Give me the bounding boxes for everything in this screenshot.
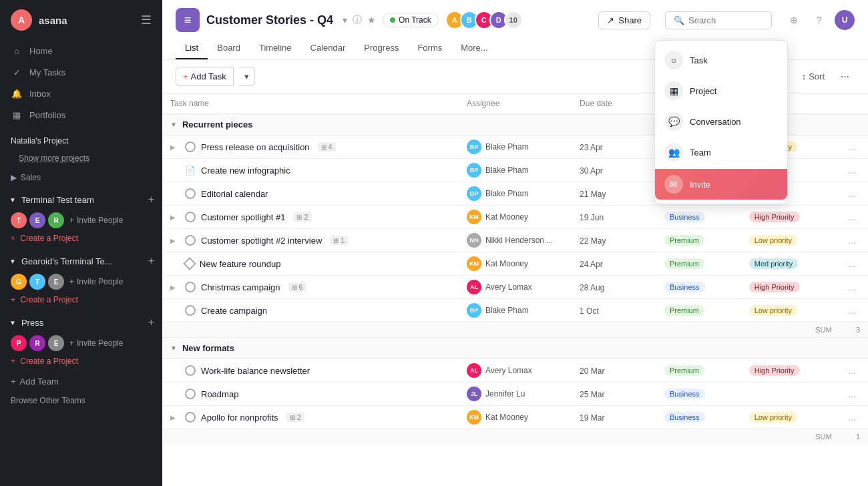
more-options-button[interactable]: ⋯ <box>835 69 855 84</box>
expand-icon[interactable]: ▶ <box>170 237 180 244</box>
row-more-icon[interactable]: … <box>848 259 857 269</box>
table-row[interactable]: New feature roundup KM Kat Mooney 24 Apr… <box>162 252 868 276</box>
add-task-button[interactable]: + Add Task <box>176 67 234 86</box>
user-avatar[interactable]: U <box>835 10 855 30</box>
chevron-down-icon[interactable]: ▾ <box>343 15 347 25</box>
sort-button[interactable]: ↕ Sort <box>797 69 830 84</box>
gearoids-create-project[interactable]: + Create a Project <box>0 292 162 307</box>
assignee-cell: BP Blake Pham <box>459 136 572 159</box>
info-icon[interactable]: ⓘ <box>353 14 362 26</box>
row-more-icon[interactable]: … <box>848 413 857 423</box>
row-more-icon[interactable]: … <box>848 282 857 292</box>
tab-board[interactable]: Board <box>208 37 250 59</box>
dropdown-item-team[interactable]: 👥 Team <box>655 137 787 168</box>
row-more-icon[interactable]: … <box>848 306 857 316</box>
expand-icon[interactable]: ▶ <box>170 284 180 291</box>
task-circle-icon[interactable] <box>185 389 196 399</box>
task-circle-icon[interactable] <box>185 365 196 376</box>
press-add-button[interactable]: + <box>148 316 154 328</box>
table-row[interactable]: Create campaign BP Blake Pham 1 Oct Prem… <box>162 299 868 322</box>
task-title[interactable]: Customer spotlight #1 <box>201 212 285 222</box>
section-chevron-icon[interactable]: ▼ <box>170 121 177 128</box>
sidebar-item-portfolios[interactable]: ▦ Portfolios <box>0 104 162 126</box>
press-invite-button[interactable]: + Invite People <box>69 337 123 349</box>
task-circle-icon[interactable] <box>185 142 196 152</box>
row-more-icon[interactable]: … <box>848 166 857 176</box>
row-more-icon[interactable]: … <box>848 212 857 222</box>
task-title[interactable]: Customer spotlight #2 interview <box>201 236 322 246</box>
task-title[interactable]: Create new infographic <box>201 166 290 176</box>
terminal-test-create-project[interactable]: + Create a Project <box>0 231 162 246</box>
expand-icon[interactable]: ▶ <box>170 414 180 421</box>
terminal-test-add-button[interactable]: + <box>148 194 154 206</box>
section-chevron-icon[interactable]: ▼ <box>170 344 177 352</box>
sales-section-header[interactable]: ▶ Sales + <box>0 168 162 187</box>
assignee-avatar: BP <box>467 163 481 178</box>
row-more-icon[interactable]: … <box>848 189 857 199</box>
task-circle-icon[interactable] <box>185 282 196 292</box>
tab-timeline[interactable]: Timeline <box>250 37 301 59</box>
gearoids-team-header[interactable]: ▼ Gearoid's Terminal Te... + <box>0 251 162 271</box>
search-input[interactable] <box>688 15 763 25</box>
add-icon[interactable]: ⊕ <box>784 10 804 30</box>
help-icon[interactable]: ? <box>809 10 829 30</box>
task-title[interactable]: Roadmap <box>201 389 238 399</box>
star-icon[interactable]: ★ <box>367 15 376 25</box>
task-title[interactable]: Christmas campaign <box>201 282 280 292</box>
task-title[interactable]: Press release on acquisition <box>201 142 310 152</box>
asana-logo[interactable]: A <box>11 9 32 31</box>
task-circle-icon[interactable] <box>185 305 196 316</box>
dropdown-item-task[interactable]: ○ Task <box>655 45 787 75</box>
expand-icon[interactable]: ▶ <box>170 144 180 151</box>
tab-more[interactable]: More... <box>451 37 497 59</box>
task-circle-icon[interactable] <box>185 412 196 423</box>
add-task-dropdown-button[interactable]: ▾ <box>239 67 255 86</box>
press-create-project[interactable]: + Create a Project <box>0 354 162 369</box>
sidebar-item-my-tasks[interactable]: ✓ My Tasks <box>0 61 162 83</box>
sidebar-item-home[interactable]: ⌂ Home <box>0 40 162 61</box>
task-title[interactable]: Work-life balance newsletter <box>201 366 310 376</box>
show-more-projects[interactable]: Show more projects <box>0 151 162 166</box>
tab-forms[interactable]: Forms <box>408 37 451 59</box>
table-row[interactable]: ▶ Customer spotlight #2 interview ⊞1 NH … <box>162 229 868 252</box>
dropdown-item-project[interactable]: ▦ Project <box>655 75 787 106</box>
status-badge[interactable]: On Track <box>383 13 439 27</box>
row-more-icon[interactable]: … <box>848 236 857 246</box>
tab-progress[interactable]: Progress <box>355 37 408 59</box>
task-title[interactable]: Apollo for nonprofits <box>201 413 278 423</box>
table-row[interactable]: ▶ Apollo for nonprofits ⊞2 KM Kat Mooney… <box>162 406 868 429</box>
dropdown-item-invite[interactable]: ✉ Invite <box>655 169 787 200</box>
terminal-test-team-header[interactable]: ▼ Terminal Test team + <box>0 190 162 210</box>
due-date: 25 Mar <box>580 390 604 399</box>
table-row[interactable]: Roadmap JL Jennifer Lu 25 Mar Business <box>162 383 868 406</box>
table-row[interactable]: ▶ Christmas campaign ⊞6 AL Avery Lomax 2… <box>162 276 868 299</box>
menu-toggle-button[interactable]: ☰ <box>141 13 152 27</box>
row-more-icon[interactable]: … <box>848 366 857 376</box>
task-circle-icon[interactable] <box>185 212 196 222</box>
task-title[interactable]: Editorial calendar <box>201 189 268 199</box>
row-more-icon[interactable]: … <box>848 389 857 399</box>
tab-calendar[interactable]: Calendar <box>301 37 355 59</box>
tags-cell <box>741 383 840 406</box>
browse-other-teams[interactable]: Browse Other Teams <box>0 392 162 412</box>
terminal-test-invite-button[interactable]: + Invite People <box>69 214 123 226</box>
share-button[interactable]: ↗ Share <box>598 11 650 29</box>
sidebar-item-inbox[interactable]: 🔔 Inbox <box>0 83 162 104</box>
press-team-header[interactable]: ▼ Press + <box>0 312 162 332</box>
row-more-icon[interactable]: … <box>848 142 857 152</box>
gearoids-add-button[interactable]: + <box>148 255 154 267</box>
dropdown-item-conversation[interactable]: 💬 Conversation <box>655 106 787 137</box>
assignee-name: Nikki Henderson ... <box>485 236 553 245</box>
sidebar-item-my-tasks-label: My Tasks <box>29 67 65 77</box>
task-title[interactable]: New feature roundup <box>200 259 280 269</box>
gearoids-invite-button[interactable]: + Invite People <box>69 276 123 288</box>
tab-list[interactable]: List <box>176 37 208 59</box>
natalia-project-item[interactable]: Natalia's Project <box>11 136 152 146</box>
table-row[interactable]: Work-life balance newsletter AL Avery Lo… <box>162 359 868 383</box>
task-circle-icon[interactable] <box>185 235 196 246</box>
expand-icon[interactable]: ▶ <box>170 214 180 221</box>
add-team-button[interactable]: + Add Team <box>0 371 162 392</box>
task-circle-icon[interactable] <box>185 188 196 199</box>
task-title[interactable]: Create campaign <box>201 306 267 316</box>
table-row[interactable]: ▶ Customer spotlight #1 ⊞2 KM Kat Mooney… <box>162 206 868 229</box>
